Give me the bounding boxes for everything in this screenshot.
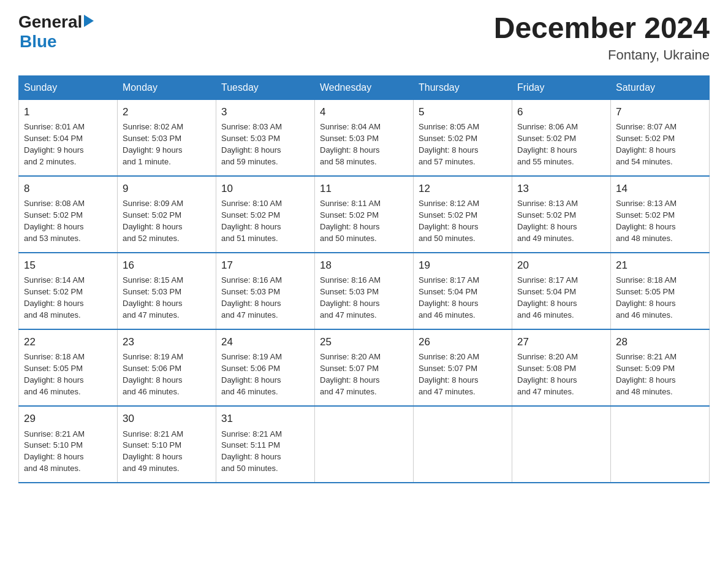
day-number: 29: [24, 412, 112, 427]
day-number: 31: [221, 412, 309, 427]
col-monday: Monday: [118, 75, 216, 99]
calendar-cell: 26Sunrise: 8:20 AMSunset: 5:07 PMDayligh…: [414, 329, 512, 406]
day-number: 23: [123, 335, 211, 350]
day-number: 8: [24, 182, 112, 197]
day-number: 3: [221, 105, 309, 120]
col-friday: Friday: [512, 75, 611, 99]
day-info: Sunrise: 8:16 AMSunset: 5:03 PMDaylight:…: [320, 275, 408, 321]
calendar-cell: 12Sunrise: 8:12 AMSunset: 5:02 PMDayligh…: [414, 176, 512, 253]
day-info: Sunrise: 8:05 AMSunset: 5:02 PMDaylight:…: [419, 121, 507, 167]
calendar-cell: 21Sunrise: 8:18 AMSunset: 5:05 PMDayligh…: [611, 253, 710, 329]
col-wednesday: Wednesday: [315, 75, 414, 99]
day-number: 9: [123, 182, 211, 197]
day-info: Sunrise: 8:16 AMSunset: 5:03 PMDaylight:…: [221, 275, 309, 321]
calendar-cell: 5Sunrise: 8:05 AMSunset: 5:02 PMDaylight…: [414, 99, 512, 176]
day-info: Sunrise: 8:08 AMSunset: 5:02 PMDaylight:…: [24, 198, 112, 244]
col-sunday: Sunday: [19, 75, 118, 99]
day-info: Sunrise: 8:13 AMSunset: 5:02 PMDaylight:…: [616, 198, 704, 244]
day-info: Sunrise: 8:21 AMSunset: 5:09 PMDaylight:…: [616, 351, 704, 397]
calendar-cell: 24Sunrise: 8:19 AMSunset: 5:06 PMDayligh…: [216, 329, 315, 406]
calendar-cell: 17Sunrise: 8:16 AMSunset: 5:03 PMDayligh…: [216, 253, 315, 329]
calendar-cell: 6Sunrise: 8:06 AMSunset: 5:02 PMDaylight…: [512, 99, 611, 176]
day-number: 30: [123, 412, 211, 427]
day-number: 13: [517, 182, 605, 197]
calendar-cell: 1Sunrise: 8:01 AMSunset: 5:04 PMDaylight…: [19, 99, 118, 176]
calendar-week-row: 1Sunrise: 8:01 AMSunset: 5:04 PMDaylight…: [19, 99, 710, 176]
day-number: 20: [517, 258, 605, 274]
calendar-subtitle: Fontany, Ukraine: [494, 47, 710, 63]
day-info: Sunrise: 8:13 AMSunset: 5:02 PMDaylight:…: [517, 198, 605, 244]
day-number: 12: [419, 182, 507, 197]
day-info: Sunrise: 8:21 AMSunset: 5:10 PMDaylight:…: [24, 429, 112, 475]
day-info: Sunrise: 8:04 AMSunset: 5:03 PMDaylight:…: [320, 121, 408, 167]
day-number: 24: [221, 335, 309, 350]
calendar-header-row: Sunday Monday Tuesday Wednesday Thursday…: [19, 75, 710, 99]
day-info: Sunrise: 8:10 AMSunset: 5:02 PMDaylight:…: [221, 198, 309, 244]
day-info: Sunrise: 8:20 AMSunset: 5:07 PMDaylight:…: [320, 351, 408, 397]
day-number: 2: [123, 105, 211, 120]
day-number: 28: [616, 335, 704, 350]
day-info: Sunrise: 8:09 AMSunset: 5:02 PMDaylight:…: [123, 198, 211, 244]
day-info: Sunrise: 8:12 AMSunset: 5:02 PMDaylight:…: [419, 198, 507, 244]
calendar-cell: 11Sunrise: 8:11 AMSunset: 5:02 PMDayligh…: [315, 176, 414, 253]
day-number: 18: [320, 258, 408, 274]
day-info: Sunrise: 8:20 AMSunset: 5:08 PMDaylight:…: [517, 351, 605, 397]
col-saturday: Saturday: [611, 75, 710, 99]
day-info: Sunrise: 8:21 AMSunset: 5:10 PMDaylight:…: [123, 429, 211, 475]
day-info: Sunrise: 8:01 AMSunset: 5:04 PMDaylight:…: [24, 121, 112, 167]
calendar-cell: 2Sunrise: 8:02 AMSunset: 5:03 PMDaylight…: [118, 99, 216, 176]
day-info: Sunrise: 8:17 AMSunset: 5:04 PMDaylight:…: [419, 275, 507, 321]
calendar-cell: [414, 406, 512, 483]
logo-arrow-icon: [84, 15, 94, 29]
calendar-cell: 13Sunrise: 8:13 AMSunset: 5:02 PMDayligh…: [512, 176, 611, 253]
day-number: 19: [419, 258, 507, 274]
day-number: 25: [320, 335, 408, 350]
day-number: 27: [517, 335, 605, 350]
svg-marker-0: [84, 15, 94, 27]
day-info: Sunrise: 8:18 AMSunset: 5:05 PMDaylight:…: [616, 275, 704, 321]
day-number: 17: [221, 258, 309, 274]
calendar-cell: 3Sunrise: 8:03 AMSunset: 5:03 PMDaylight…: [216, 99, 315, 176]
calendar-cell: 29Sunrise: 8:21 AMSunset: 5:10 PMDayligh…: [19, 406, 118, 483]
day-number: 4: [320, 105, 408, 120]
calendar-cell: 10Sunrise: 8:10 AMSunset: 5:02 PMDayligh…: [216, 176, 315, 253]
day-number: 26: [419, 335, 507, 350]
logo: General Blue: [18, 12, 94, 52]
logo-blue-text: Blue: [20, 32, 57, 51]
calendar-cell: 18Sunrise: 8:16 AMSunset: 5:03 PMDayligh…: [315, 253, 414, 329]
calendar-cell: [611, 406, 710, 483]
day-info: Sunrise: 8:17 AMSunset: 5:04 PMDaylight:…: [517, 275, 605, 321]
day-info: Sunrise: 8:18 AMSunset: 5:05 PMDaylight:…: [24, 351, 112, 397]
day-info: Sunrise: 8:19 AMSunset: 5:06 PMDaylight:…: [221, 351, 309, 397]
day-info: Sunrise: 8:03 AMSunset: 5:03 PMDaylight:…: [221, 121, 309, 167]
day-number: 21: [616, 258, 704, 274]
page-header: General Blue December 2024 Fontany, Ukra…: [18, 12, 710, 63]
day-number: 10: [221, 182, 309, 197]
day-info: Sunrise: 8:06 AMSunset: 5:02 PMDaylight:…: [517, 121, 605, 167]
day-number: 15: [24, 258, 112, 274]
calendar-cell: 16Sunrise: 8:15 AMSunset: 5:03 PMDayligh…: [118, 253, 216, 329]
day-info: Sunrise: 8:02 AMSunset: 5:03 PMDaylight:…: [123, 121, 211, 167]
calendar-week-row: 22Sunrise: 8:18 AMSunset: 5:05 PMDayligh…: [19, 329, 710, 406]
calendar-table: Sunday Monday Tuesday Wednesday Thursday…: [18, 75, 710, 483]
calendar-cell: 25Sunrise: 8:20 AMSunset: 5:07 PMDayligh…: [315, 329, 414, 406]
calendar-week-row: 29Sunrise: 8:21 AMSunset: 5:10 PMDayligh…: [19, 406, 710, 483]
day-info: Sunrise: 8:19 AMSunset: 5:06 PMDaylight:…: [123, 351, 211, 397]
day-info: Sunrise: 8:21 AMSunset: 5:11 PMDaylight:…: [221, 429, 309, 475]
calendar-cell: 8Sunrise: 8:08 AMSunset: 5:02 PMDaylight…: [19, 176, 118, 253]
calendar-title: December 2024: [494, 12, 710, 45]
day-number: 16: [123, 258, 211, 274]
title-section: December 2024 Fontany, Ukraine: [494, 12, 710, 63]
day-number: 14: [616, 182, 704, 197]
day-number: 5: [419, 105, 507, 120]
calendar-cell: 23Sunrise: 8:19 AMSunset: 5:06 PMDayligh…: [118, 329, 216, 406]
calendar-cell: 28Sunrise: 8:21 AMSunset: 5:09 PMDayligh…: [611, 329, 710, 406]
day-number: 1: [24, 105, 112, 120]
calendar-cell: 9Sunrise: 8:09 AMSunset: 5:02 PMDaylight…: [118, 176, 216, 253]
calendar-cell: 14Sunrise: 8:13 AMSunset: 5:02 PMDayligh…: [611, 176, 710, 253]
calendar-cell: 4Sunrise: 8:04 AMSunset: 5:03 PMDaylight…: [315, 99, 414, 176]
day-info: Sunrise: 8:14 AMSunset: 5:02 PMDaylight:…: [24, 275, 112, 321]
day-info: Sunrise: 8:07 AMSunset: 5:02 PMDaylight:…: [616, 121, 704, 167]
day-info: Sunrise: 8:11 AMSunset: 5:02 PMDaylight:…: [320, 198, 408, 244]
day-number: 22: [24, 335, 112, 350]
